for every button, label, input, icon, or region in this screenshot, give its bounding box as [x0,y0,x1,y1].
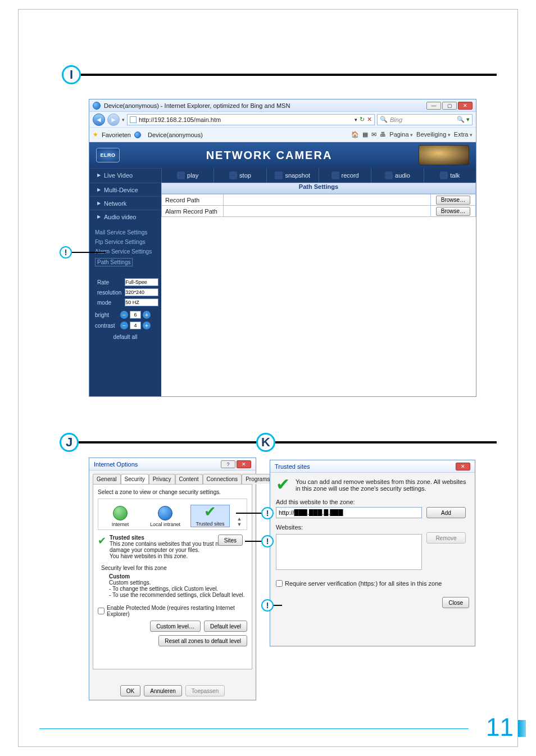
forward-button[interactable]: ► [107,114,120,126]
close-button[interactable]: ✕ [456,463,470,470]
camera-image [419,145,469,165]
ok-button[interactable]: OK [120,685,140,696]
sidebar-audio-video[interactable]: Audio video [89,210,161,223]
toolbar-pagina[interactable]: Pagina [389,131,413,138]
srv-path-active[interactable]: Path Settings [95,258,133,266]
brand-logo: ELRO [96,148,120,162]
mode-label: mode [96,298,122,307]
bright-plus[interactable]: + [143,311,151,319]
resolution-select[interactable] [125,288,158,296]
trusted-desc-2: You have websites in this zone. [110,553,188,559]
record-path-field[interactable] [224,194,431,206]
bright-value[interactable] [130,311,141,319]
callout-bang-zone: ! [261,507,274,519]
custom-heading: Custom [109,573,130,580]
favorites-star-icon[interactable]: ★ [93,131,98,138]
trusted-sites-dialog: Trusted sites ✕ ✔ You can add and remove… [270,460,475,646]
audio-button[interactable]: audio [371,168,423,183]
tab-title[interactable]: Device(anonymous) [148,132,203,138]
enable-protected-label: Enable Protected Mode (requires restarti… [107,605,247,617]
tab-connections[interactable]: Connections [203,474,242,484]
sidebar-multi-device[interactable]: Multi-Device [89,183,161,196]
add-website-input[interactable] [276,507,422,518]
custom-line1: Custom settings. [109,580,151,586]
back-button[interactable]: ◄ [93,114,105,126]
sec-level-label: Security level for this zone [101,565,167,571]
tab-content[interactable]: Content [175,474,203,484]
tab-general[interactable]: General [93,474,121,484]
snapshot-icon [275,171,283,179]
close-button[interactable]: ✕ [237,460,251,468]
srv-ftp[interactable]: Ftp Service Settings [95,237,156,247]
remove-button[interactable]: Remove [426,532,466,544]
rate-label: Rate [96,278,122,287]
favorites-label[interactable]: Favorieten [102,132,131,138]
toolbar-beveiliging[interactable]: Beveiliging [416,131,451,138]
tab-programs[interactable]: Programs [242,474,274,484]
sidebar-live-video[interactable]: Live Video [89,168,161,182]
add-button[interactable]: Add [426,507,466,518]
maximize-button[interactable]: ▢ [442,102,457,110]
websites-list[interactable] [276,534,422,570]
contrast-value[interactable] [130,322,141,329]
default-all-link[interactable]: default all [95,334,156,340]
contrast-plus[interactable]: + [143,322,151,329]
search-box[interactable]: 🔍 Bing 🔍 ▾ [377,114,473,125]
custom-level-button[interactable]: Custom level… [150,621,201,632]
page-title: NETWORK CAMERA [120,149,419,162]
mail-icon[interactable]: ✉ [371,131,376,138]
path-settings-title: Path Settings [161,183,476,194]
page-icon [130,116,137,123]
trusted-desc-1: This zone contains websites that you tru… [110,541,229,553]
rate-select[interactable] [125,278,158,286]
sidebar-network[interactable]: Network [89,196,161,210]
custom-line3: - To use the recommended settings, click… [109,592,245,598]
print-icon[interactable]: 🖶 [380,131,386,138]
table-row: Record Path Browse… [162,194,476,206]
stop-icon [229,171,237,179]
feeds-icon[interactable]: ▦ [362,131,368,138]
srv-mail[interactable]: Mail Service Settings [95,228,156,237]
default-level-button[interactable]: Default level [204,621,247,632]
close-dialog-button[interactable]: Close [442,597,469,608]
close-button[interactable]: ✕ [458,102,473,110]
url-text: http://192.168.2.105/main.htm [139,116,221,123]
check-icon: ✔ [276,478,290,491]
toolbar-extra[interactable]: Extra [454,131,473,138]
apply-button[interactable]: Toepassen [185,685,225,696]
minimize-button[interactable]: — [426,102,441,110]
help-button[interactable]: ? [221,460,235,468]
cancel-button[interactable]: Annuleren [144,685,182,696]
tab-icon [134,132,141,138]
sites-button[interactable]: Sites [218,535,243,546]
tab-security[interactable]: Security [121,474,149,484]
require-https-label: Require server verification (https:) for… [285,580,442,587]
record-path-browse[interactable]: Browse… [436,196,470,205]
reset-all-button[interactable]: Reset all zones to default level [158,635,247,646]
play-button[interactable]: play [161,168,214,183]
globe-icon [113,506,128,520]
table-row: Alarm Record Path Browse… [162,206,476,217]
talk-button[interactable]: talk [424,168,476,183]
tab-privacy[interactable]: Privacy [149,474,175,484]
scroll-up[interactable]: ▲▼ [235,516,243,527]
record-button[interactable]: record [319,168,371,183]
address-bar[interactable]: http://192.168.2.105/main.htm ▾ ↻ ✕ [127,114,375,125]
contrast-minus[interactable]: − [120,322,128,329]
require-https-checkbox[interactable] [276,580,283,587]
zone-local-intranet[interactable]: Local intranet [146,506,185,527]
home-icon[interactable]: 🏠 [351,131,359,138]
bright-minus[interactable]: − [120,311,128,319]
mode-select[interactable] [125,298,158,306]
play-icon [177,171,185,179]
enable-protected-checkbox[interactable] [98,608,105,614]
zone-internet[interactable]: Internet [101,506,140,527]
snapshot-button[interactable]: snapshot [266,168,319,183]
alarm-path-field[interactable] [224,206,431,217]
callout-K: K [256,433,275,452]
alarm-path-browse[interactable]: Browse… [436,207,470,216]
stop-button[interactable]: stop [214,168,266,183]
trusted-intro: You can add and remove websites from thi… [296,478,469,492]
page-number: 11 [486,713,514,741]
zone-trusted-sites[interactable]: ✔Trusted sites [190,505,230,527]
